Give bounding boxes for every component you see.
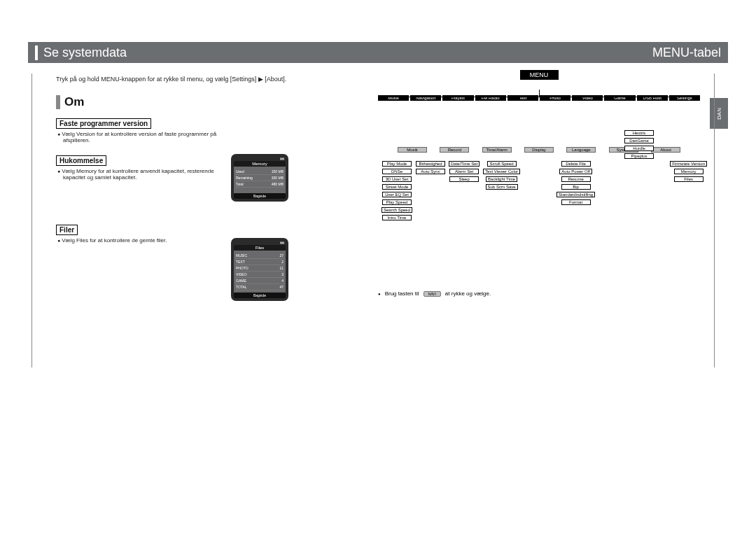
tree-group: Time/Alarm	[482, 147, 512, 153]
tree-leaf: Auto Power Off	[559, 169, 592, 174]
tree-leaf: Auto Sync	[416, 169, 445, 174]
tree-group: About	[651, 147, 680, 153]
tree-leaf: Files	[674, 176, 704, 182]
tree-leaf: Format	[561, 199, 591, 205]
tree-leaf: Firmware Version	[670, 161, 707, 167]
tree-leaf: Date/Time Set	[449, 161, 479, 167]
tree-leaf: Search Speed	[382, 207, 412, 213]
tree-leaf: Sleep	[449, 176, 479, 182]
tree-leaf: Intro Time	[382, 215, 412, 220]
desc-firmware: Vælg Version for at kontrollere version …	[56, 131, 217, 143]
tree-leaf: 3D User Set	[382, 176, 412, 182]
margin-rule-right	[714, 73, 715, 367]
header-title-left: Se systemdata	[35, 45, 127, 60]
tree-leaf: Sub Scrn Save	[486, 184, 518, 190]
table-row: PHOTO11	[236, 265, 284, 272]
tree-root: MENU	[520, 70, 559, 80]
table-row: GAME4	[236, 278, 284, 284]
footer-note: Brug tasten til NAVI at rykke og vælge.	[378, 290, 700, 297]
subheading-memory: Hukommelse	[56, 155, 106, 166]
tree-leaf: Alarm Set	[449, 169, 479, 174]
tree-leaf: Street Mode	[382, 184, 412, 190]
device-title: Files	[234, 245, 286, 251]
margin-rule-left	[31, 73, 32, 367]
device-foot: Bagside	[234, 293, 286, 298]
device-title: Memory	[234, 161, 286, 167]
language-tab-label: DAN	[715, 108, 722, 120]
page-right: MENU Musik Navigation Playlist FM Radio …	[378, 70, 700, 297]
device-screenshot-memory: ▮▮▮ Memory Used150 MB Remaining330 MB To…	[231, 154, 288, 202]
table-row: Total480 MB	[236, 181, 284, 188]
desc-files: Vælg Files for at kontrollere de gemte f…	[56, 237, 217, 244]
table-row: Remaining330 MB	[236, 175, 284, 181]
tree-leaf: Pipeplus	[624, 153, 654, 159]
tree-leaf: DNSe	[382, 169, 412, 174]
tree-games-column: Hextris DartGame Hurdle Pipeplus	[624, 130, 654, 159]
page-left: Tryk på og hold MENU-knappen for at rykk…	[56, 70, 378, 253]
tree-leaf: Memory	[674, 169, 704, 174]
navi-chip-icon: NAVI	[424, 291, 441, 297]
tree-leaf: Bithastighed	[416, 161, 445, 167]
tree-leaf: Resume	[561, 176, 591, 182]
tree-leaf: Play Speed	[382, 199, 412, 205]
table-row: Used150 MB	[236, 169, 284, 175]
tree-group: Musik	[398, 147, 427, 153]
table-row: MUSIC27	[236, 253, 284, 259]
tree-group: Language	[566, 147, 596, 153]
device-foot: Bagside	[234, 193, 286, 199]
footer-note-pre: Brug tasten til	[385, 290, 419, 297]
tree-leaf: Delete File	[561, 161, 591, 167]
tree-leaf: Hurdle	[624, 146, 654, 151]
device-screenshot-files: ▮▮▮ Files MUSIC27 TEXT2 PHOTO11 VIDEO3 G…	[231, 238, 288, 301]
header-bar: Se systemdata MENU-tabel	[28, 42, 728, 63]
menu-tree: Musik Navigation Playlist FM Radio Text …	[378, 95, 700, 220]
tree-leaf: Hextris	[624, 130, 654, 136]
tree-group: Record	[440, 147, 469, 153]
subheading-files: Filer	[56, 225, 78, 235]
tree-leaf: User EQ Set	[382, 192, 412, 197]
tree-leaf: Scroll Speed	[487, 161, 517, 167]
section-heading-om: Om	[56, 95, 378, 109]
tree-leaf: Text Viewer Color	[483, 169, 520, 174]
table-row: TEXT2	[236, 259, 284, 265]
language-tab: DAN	[710, 98, 728, 129]
table-row: VIDEO3	[236, 272, 284, 278]
desc-memory: Vælg Memory for at kontrollere anvendt k…	[56, 168, 217, 181]
tree-leaf: Standardindstilling	[556, 192, 595, 197]
tree-leaf: Play Mode	[382, 161, 412, 167]
tree-group: Display	[524, 147, 554, 153]
subheading-firmware: Faste programmer version	[56, 118, 151, 129]
tree-row-leaves: Play Mode DNSe 3D User Set Street Mode U…	[378, 161, 700, 220]
intro-text: Tryk på og hold MENU-knappen for at rykk…	[56, 76, 378, 83]
tree-leaf: DartGame	[624, 138, 654, 143]
tree-leaf: Bip	[561, 184, 591, 190]
table-row: TOTAL47	[236, 284, 284, 290]
tree-leaf: Backlight Time	[486, 176, 517, 182]
footer-note-post: at rykke og vælge.	[445, 290, 491, 297]
header-title-right: MENU-tabel	[652, 45, 721, 60]
